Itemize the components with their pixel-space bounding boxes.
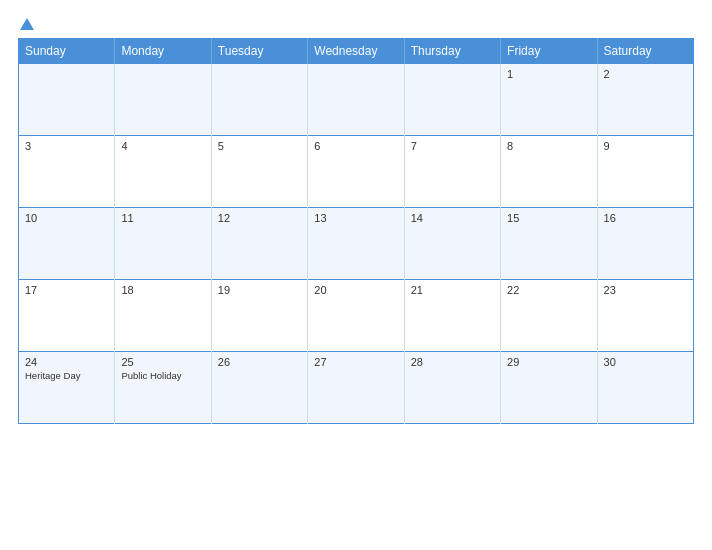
calendar-cell: 21 <box>404 280 500 352</box>
col-friday: Friday <box>501 39 597 64</box>
day-number: 29 <box>507 356 590 368</box>
day-number: 24 <box>25 356 108 368</box>
day-number: 27 <box>314 356 397 368</box>
logo-triangle-icon <box>20 18 34 30</box>
day-event: Heritage Day <box>25 370 108 381</box>
calendar-header <box>18 18 694 30</box>
calendar-week-row: 12 <box>19 64 694 136</box>
day-number: 13 <box>314 212 397 224</box>
day-number: 12 <box>218 212 301 224</box>
calendar-cell: 18 <box>115 280 211 352</box>
calendar-cell: 6 <box>308 136 404 208</box>
calendar-cell: 5 <box>211 136 307 208</box>
day-number: 26 <box>218 356 301 368</box>
day-number: 22 <box>507 284 590 296</box>
calendar-cell <box>308 64 404 136</box>
col-thursday: Thursday <box>404 39 500 64</box>
calendar-cell <box>19 64 115 136</box>
day-number: 7 <box>411 140 494 152</box>
calendar-cell: 30 <box>597 352 693 424</box>
calendar-cell: 8 <box>501 136 597 208</box>
calendar-page: Sunday Monday Tuesday Wednesday Thursday… <box>0 0 712 550</box>
calendar-cell: 4 <box>115 136 211 208</box>
calendar-cell: 28 <box>404 352 500 424</box>
calendar-week-row: 24Heritage Day25Public Holiday2627282930 <box>19 352 694 424</box>
calendar-header-row: Sunday Monday Tuesday Wednesday Thursday… <box>19 39 694 64</box>
day-event: Public Holiday <box>121 370 204 381</box>
calendar-cell: 24Heritage Day <box>19 352 115 424</box>
day-number: 16 <box>604 212 687 224</box>
col-wednesday: Wednesday <box>308 39 404 64</box>
day-number: 28 <box>411 356 494 368</box>
calendar-cell: 16 <box>597 208 693 280</box>
calendar-cell: 1 <box>501 64 597 136</box>
day-number: 15 <box>507 212 590 224</box>
col-monday: Monday <box>115 39 211 64</box>
day-number: 14 <box>411 212 494 224</box>
calendar-cell <box>115 64 211 136</box>
calendar-cell: 17 <box>19 280 115 352</box>
calendar-cell: 29 <box>501 352 597 424</box>
day-number: 25 <box>121 356 204 368</box>
calendar-cell: 7 <box>404 136 500 208</box>
calendar-cell: 19 <box>211 280 307 352</box>
calendar-week-row: 3456789 <box>19 136 694 208</box>
day-number: 6 <box>314 140 397 152</box>
col-sunday: Sunday <box>19 39 115 64</box>
calendar-table: Sunday Monday Tuesday Wednesday Thursday… <box>18 38 694 424</box>
day-number: 10 <box>25 212 108 224</box>
day-number: 30 <box>604 356 687 368</box>
day-number: 11 <box>121 212 204 224</box>
day-number: 17 <box>25 284 108 296</box>
logo <box>18 18 34 30</box>
calendar-cell <box>404 64 500 136</box>
calendar-cell: 3 <box>19 136 115 208</box>
calendar-cell: 22 <box>501 280 597 352</box>
calendar-cell: 25Public Holiday <box>115 352 211 424</box>
day-number: 23 <box>604 284 687 296</box>
calendar-cell: 26 <box>211 352 307 424</box>
day-number: 1 <box>507 68 590 80</box>
col-tuesday: Tuesday <box>211 39 307 64</box>
calendar-cell <box>211 64 307 136</box>
calendar-cell: 9 <box>597 136 693 208</box>
day-number: 8 <box>507 140 590 152</box>
day-number: 3 <box>25 140 108 152</box>
calendar-cell: 11 <box>115 208 211 280</box>
day-number: 4 <box>121 140 204 152</box>
calendar-cell: 23 <box>597 280 693 352</box>
calendar-cell: 15 <box>501 208 597 280</box>
day-number: 20 <box>314 284 397 296</box>
calendar-cell: 2 <box>597 64 693 136</box>
calendar-cell: 13 <box>308 208 404 280</box>
day-number: 18 <box>121 284 204 296</box>
calendar-cell: 12 <box>211 208 307 280</box>
day-number: 2 <box>604 68 687 80</box>
calendar-cell: 20 <box>308 280 404 352</box>
day-number: 5 <box>218 140 301 152</box>
col-saturday: Saturday <box>597 39 693 64</box>
day-number: 21 <box>411 284 494 296</box>
calendar-cell: 10 <box>19 208 115 280</box>
day-number: 9 <box>604 140 687 152</box>
calendar-week-row: 17181920212223 <box>19 280 694 352</box>
calendar-cell: 14 <box>404 208 500 280</box>
day-number: 19 <box>218 284 301 296</box>
calendar-week-row: 10111213141516 <box>19 208 694 280</box>
calendar-cell: 27 <box>308 352 404 424</box>
